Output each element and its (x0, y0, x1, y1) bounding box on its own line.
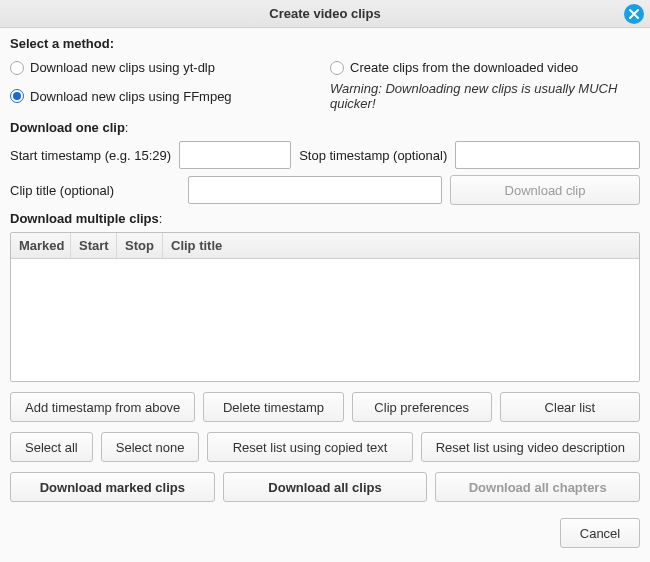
download-chapters-button[interactable]: Download all chapters (435, 472, 640, 502)
radio-label: Download new clips using FFmpeg (30, 89, 232, 104)
clips-table[interactable]: Marked Start Stop Clip title (10, 232, 640, 382)
dialog-title: Create video clips (269, 6, 380, 21)
method-radio-group: Download new clips using yt-dlp Create c… (10, 57, 640, 114)
col-stop[interactable]: Stop (117, 233, 163, 258)
method-radio-ytdlp[interactable]: Download new clips using yt-dlp (10, 57, 320, 78)
radio-icon (10, 89, 24, 103)
dialog-body: Select a method: Download new clips usin… (0, 28, 650, 562)
radio-label: Create clips from the downloaded video (350, 60, 578, 75)
clear-list-button[interactable]: Clear list (500, 392, 640, 422)
row-timestamps: Start timestamp (e.g. 15:29) Stop timest… (10, 141, 640, 169)
titlebar: Create video clips (0, 0, 650, 28)
row-clip-title: Clip title (optional) Download clip (10, 175, 640, 205)
method-warning: Warning: Downloading new clips is usuall… (330, 78, 640, 114)
button-row-2: Select all Select none Reset list using … (10, 432, 640, 462)
clips-table-body[interactable] (11, 259, 639, 381)
start-timestamp-label: Start timestamp (e.g. 15:29) (10, 148, 171, 163)
section-one-heading: Download one clip: (10, 120, 640, 135)
download-clip-button[interactable]: Download clip (450, 175, 640, 205)
reset-desc-button[interactable]: Reset list using video description (421, 432, 640, 462)
section-multi-heading: Download multiple clips: (10, 211, 640, 226)
button-row-1: Add timestamp from above Delete timestam… (10, 392, 640, 422)
dialog-footer: Cancel (10, 518, 640, 548)
button-row-3: Download marked clips Download all clips… (10, 472, 640, 502)
col-marked[interactable]: Marked (11, 233, 71, 258)
download-all-button[interactable]: Download all clips (223, 472, 428, 502)
radio-icon (10, 61, 24, 75)
clip-title-input[interactable] (188, 176, 442, 204)
method-radio-ffmpeg[interactable]: Download new clips using FFmpeg (10, 78, 320, 114)
col-start[interactable]: Start (71, 233, 117, 258)
delete-timestamp-button[interactable]: Delete timestamp (203, 392, 343, 422)
section-method-heading: Select a method: (10, 36, 640, 51)
radio-icon (330, 61, 344, 75)
add-timestamp-button[interactable]: Add timestamp from above (10, 392, 195, 422)
warning-text: Warning: Downloading new clips is usuall… (330, 81, 640, 111)
stop-timestamp-input[interactable] (455, 141, 640, 169)
clips-table-header: Marked Start Stop Clip title (11, 233, 639, 259)
download-marked-button[interactable]: Download marked clips (10, 472, 215, 502)
start-timestamp-input[interactable] (179, 141, 291, 169)
clip-title-label: Clip title (optional) (10, 183, 180, 198)
select-all-button[interactable]: Select all (10, 432, 93, 462)
select-none-button[interactable]: Select none (101, 432, 200, 462)
cancel-button[interactable]: Cancel (560, 518, 640, 548)
reset-copied-button[interactable]: Reset list using copied text (207, 432, 412, 462)
clip-preferences-button[interactable]: Clip preferences (352, 392, 492, 422)
create-video-clips-dialog: Create video clips Select a method: Down… (0, 0, 650, 562)
stop-timestamp-label: Stop timestamp (optional) (299, 148, 447, 163)
radio-label: Download new clips using yt-dlp (30, 60, 215, 75)
close-icon[interactable] (624, 4, 644, 24)
col-clip-title[interactable]: Clip title (163, 233, 639, 258)
method-radio-existing[interactable]: Create clips from the downloaded video (330, 57, 640, 78)
